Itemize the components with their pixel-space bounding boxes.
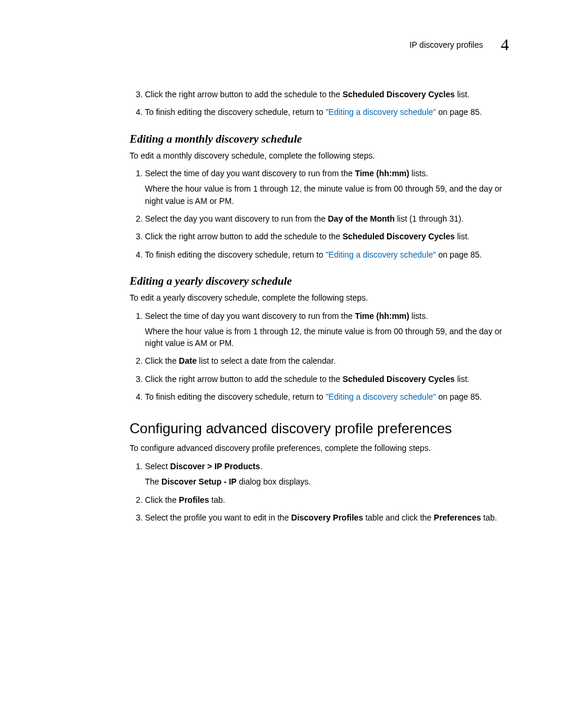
intro-paragraph: To edit a monthly discovery schedule, co… [130,150,509,162]
step-text: on page 85. [436,107,482,117]
step-item: Select the time of day you want discover… [145,310,509,350]
step-text: list to select a date from the calendar. [197,356,336,365]
step-text: lists. [409,311,428,321]
monthly-steps-list: Select the time of day you want discover… [130,167,509,261]
cross-reference-link[interactable]: "Editing a discovery schedule" [326,107,436,117]
section-heading-advanced: Configuring advanced discovery profile p… [130,420,509,437]
step-item: Click the Profiles tab. [145,494,509,506]
step-text: list (1 through 31). [395,214,464,223]
step-subtext: Where the hour value is from 1 through 1… [145,325,509,350]
step-text: tab. [481,513,497,522]
document-page: IP discovery profiles 4 Click the right … [0,0,562,728]
step-text: list. [455,374,470,384]
step-text: table and click the [363,513,434,522]
step-text: lists. [409,169,428,178]
step-text: . [260,462,262,471]
step-subtext: The Discover Setup - IP dialog box displ… [145,476,509,487]
subheading-monthly: Editing a monthly discovery schedule [130,133,509,146]
bold-text: Time (hh:mm) [355,169,409,178]
subtext: dialog box displays. [237,477,311,486]
step-text: Select the time of day you want discover… [145,311,355,321]
subheading-yearly: Editing a yearly discovery schedule [130,275,509,288]
cross-reference-link[interactable]: "Editing a discovery schedule" [326,392,436,401]
step-text: on page 85. [436,250,482,259]
bold-text: Scheduled Discovery Cycles [342,232,455,241]
bold-text: Day of the Month [328,214,395,223]
bold-text: Scheduled Discovery Cycles [342,374,455,384]
bold-text: Preferences [434,513,481,522]
step-text: tab. [209,495,225,505]
step-text: list. [455,90,470,99]
step-item: Click the Date list to select a date fro… [145,355,509,367]
step-text: To finish editing the discovery schedule… [145,107,326,117]
step-text: Select the time of day you want discover… [145,169,355,178]
step-item: Click the right arrow button to add the … [145,88,509,100]
step-item: Click the right arrow button to add the … [145,373,509,385]
subtext: The [145,477,161,486]
header-chapter-number: 4 [501,35,509,54]
step-item: Select the time of day you want discover… [145,167,509,207]
advanced-steps-list: Select Discover > IP Products. The Disco… [130,460,509,523]
step-item: Select Discover > IP Products. The Disco… [145,460,509,488]
step-text: To finish editing the discovery schedule… [145,250,326,259]
step-item: Click the right arrow button to add the … [145,230,509,242]
step-text: To finish editing the discovery schedule… [145,392,326,401]
step-item: Select the profile you want to edit in t… [145,512,509,523]
step-text: on page 85. [436,392,482,401]
bold-text: Discover Setup - IP [161,477,237,486]
step-text: Click the right arrow button to add the … [145,90,342,99]
step-text: Click the right arrow button to add the … [145,374,342,384]
intro-paragraph: To configure advanced discovery profile … [130,443,509,454]
step-text: Click the [145,495,179,505]
step-item: To finish editing the discovery schedule… [145,106,509,118]
continuing-steps-list: Click the right arrow button to add the … [130,88,509,118]
step-item: To finish editing the discovery schedule… [145,391,509,403]
step-text: Select [145,462,170,471]
step-text: list. [455,232,470,241]
step-text: Select the day you want discovery to run… [145,214,328,223]
bold-text: Scheduled Discovery Cycles [342,90,455,99]
bold-text: Discovery Profiles [291,513,363,522]
bold-text: Profiles [179,495,209,505]
bold-text: Time (hh:mm) [355,311,409,321]
step-item: Select the day you want discovery to run… [145,213,509,225]
header-section-title: IP discovery profiles [409,40,483,50]
step-text: Click the right arrow button to add the … [145,232,342,241]
intro-paragraph: To edit a yearly discovery schedule, com… [130,292,509,304]
step-text: Click the [145,356,179,365]
step-subtext: Where the hour value is from 1 through 1… [145,183,509,207]
step-text: Select the profile you want to edit in t… [145,513,291,522]
cross-reference-link[interactable]: "Editing a discovery schedule" [326,250,436,259]
bold-text: Date [179,356,197,365]
yearly-steps-list: Select the time of day you want discover… [130,310,509,403]
step-item: To finish editing the discovery schedule… [145,249,509,261]
bold-text: Discover > IP Products [170,462,260,471]
page-content: Click the right arrow button to add the … [130,35,509,523]
page-header: IP discovery profiles 4 [409,35,509,54]
